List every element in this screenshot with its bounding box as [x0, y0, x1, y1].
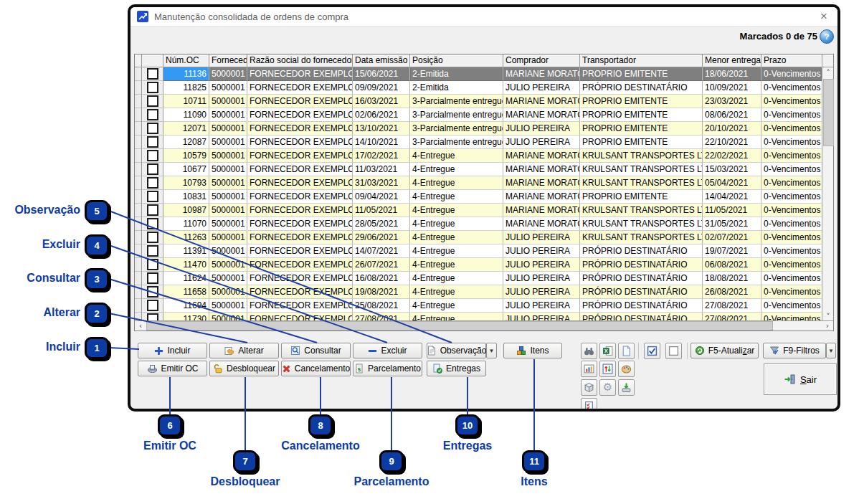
table-row[interactable]: 116245000001FORNECEDOR EXEMPLO 0216/08/2… — [135, 272, 833, 285]
binoculars-button[interactable] — [581, 343, 597, 359]
row-checkbox[interactable] — [147, 272, 158, 284]
row-checkbox[interactable] — [147, 95, 158, 107]
row-checkbox[interactable] — [147, 109, 158, 120]
import-button[interactable] — [618, 379, 635, 396]
observacao-button[interactable]: Observação — [427, 343, 486, 358]
row-checkbox[interactable] — [147, 245, 158, 257]
incluir-button[interactable]: Incluir — [138, 343, 207, 358]
row-checkbox[interactable] — [147, 150, 158, 161]
table-row[interactable]: 116945000001FORNECEDOR EXEMPLO 0225/08/2… — [135, 299, 833, 313]
table-row[interactable]: 109875000001FORNECEDOR EXEMPLO 0211/05/2… — [135, 204, 833, 217]
scroll-up-icon[interactable]: ˄ — [822, 68, 834, 77]
close-icon[interactable]: × — [820, 9, 827, 24]
document-check-icon — [432, 363, 442, 374]
column-header[interactable]: Data emissão — [353, 54, 410, 67]
row-checkbox[interactable] — [147, 191, 158, 202]
f9-dropdown-button[interactable]: ▼ — [826, 343, 836, 358]
table-row[interactable]: 116585000001FORNECEDOR EXEMPLO 0219/08/2… — [135, 285, 833, 299]
cancelamento-button[interactable]: Cancelamento — [281, 361, 351, 376]
table-cell: 4-Entregue — [410, 244, 503, 258]
table-cell: KRULSANT TRANSPORTES LTDA. — [580, 163, 703, 176]
table-row[interactable]: 108315000001FORNECEDOR EXEMPLO 0209/04/2… — [135, 190, 833, 204]
row-checkbox[interactable] — [147, 286, 158, 298]
column-header[interactable]: Núm.OC — [163, 54, 209, 67]
row-checkbox[interactable] — [147, 218, 158, 229]
parcelamento-button[interactable]: $ Parcelamento — [353, 361, 422, 376]
color-palette-button[interactable] — [618, 361, 635, 377]
table-row[interactable]: 107935000001FORNECEDOR EXEMPLO 0231/03/2… — [135, 176, 833, 190]
check-all-button[interactable] — [644, 343, 660, 359]
new-document-button[interactable] — [618, 343, 635, 359]
row-checkbox[interactable] — [147, 177, 158, 189]
uncheck-all-button[interactable] — [665, 343, 682, 359]
column-header[interactable]: Comprador — [503, 54, 580, 67]
table-cell: 11070 — [163, 217, 209, 231]
horizontal-scrollbar[interactable]: ‹ › — [135, 320, 833, 331]
row-checkbox[interactable] — [147, 82, 158, 93]
note-icon — [427, 346, 437, 356]
excel-export-button[interactable]: X — [599, 343, 616, 359]
row-checkbox[interactable] — [147, 232, 158, 243]
table-row[interactable]: 120715000001FORNECEDOR EXEMPLO 0213/10/2… — [135, 122, 833, 135]
table-cell: 5000001 — [209, 272, 247, 285]
callout-badge-7: 7 — [233, 450, 257, 472]
table-row[interactable]: 105795000001FORNECEDOR EXEMPLO 0217/02/2… — [135, 149, 833, 163]
table-row[interactable]: 106775000001FORNECEDOR EXEMPLO 0211/03/2… — [135, 163, 833, 176]
table-row[interactable]: 112635000001FORNECEDOR EXEMPLO 0229/06/2… — [135, 231, 833, 244]
column-header[interactable]: Posição — [410, 54, 503, 67]
entregas-button[interactable]: Entregas — [427, 361, 486, 376]
scroll-left-icon[interactable]: ‹ — [135, 321, 146, 331]
column-header[interactable]: Razão social do fornecedor — [247, 54, 353, 67]
excel-icon: X — [602, 346, 613, 356]
scroll-right-icon[interactable]: › — [822, 321, 833, 331]
consultar-button[interactable]: Consultar — [281, 343, 351, 358]
table-row[interactable]: 107115000001FORNECEDOR EXEMPLO 0216/03/2… — [135, 95, 833, 108]
row-checkbox[interactable] — [147, 300, 158, 311]
help-icon[interactable]: ? — [820, 29, 834, 44]
emitir-oc-button[interactable]: Emitir OC — [138, 361, 207, 376]
settings-button[interactable]: ⚙ — [599, 379, 616, 396]
desbloquear-button[interactable]: Desbloquear — [209, 361, 279, 376]
table-row[interactable]: 111365000001FORNECEDOR EXEMPLO 0215/06/2… — [135, 67, 833, 81]
table-cell: PROPRIO EMITENTE — [580, 122, 703, 135]
row-checkbox[interactable] — [147, 123, 158, 134]
table-row[interactable]: 118255000001FORNECEDOR EXEMPLO 0209/09/2… — [135, 81, 833, 95]
table-row[interactable]: 113915000001FORNECEDOR EXEMPLO 0214/07/2… — [135, 244, 833, 258]
callout-label-alterar: Alterar — [0, 306, 80, 319]
excluir-button[interactable]: Excluir — [353, 343, 422, 358]
table-row[interactable]: 110905000001FORNECEDOR EXEMPLO 0202/06/2… — [135, 108, 833, 122]
f9-filtros-button[interactable]: F9-Filtros — [763, 343, 826, 358]
row-checkbox[interactable] — [147, 163, 158, 175]
column-header[interactable]: Transportador — [580, 54, 703, 67]
vertical-scrollbar[interactable]: ˄ ˅ — [822, 67, 833, 322]
table-cell: 29/06/2021 — [353, 231, 410, 244]
sort-order-button[interactable] — [599, 361, 616, 377]
document-icon — [621, 346, 632, 356]
table-row[interactable]: 120875000001FORNECEDOR EXEMPLO 0214/10/2… — [135, 135, 833, 149]
table-cell: 5000001 — [209, 176, 247, 190]
column-header[interactable]: Menor entrega — [703, 54, 761, 67]
row-checkbox[interactable] — [147, 259, 158, 270]
horizontal-scroll-thumb[interactable] — [146, 321, 773, 331]
itens-button[interactable]: Itens — [503, 343, 562, 358]
row-checkbox[interactable] — [147, 204, 158, 216]
row-checkbox-cell — [142, 122, 163, 135]
red-x-icon — [282, 364, 291, 374]
table-cell: 11136 — [163, 67, 209, 81]
table-row[interactable]: 110705000001FORNECEDOR EXEMPLO 0228/05/2… — [135, 217, 833, 231]
cube-button[interactable] — [581, 379, 597, 396]
observacao-dropdown-button[interactable]: ▼ — [486, 343, 497, 358]
table-cell: 4-Entregue — [410, 149, 503, 163]
table-cell: 10677 — [163, 163, 209, 176]
alterar-button[interactable]: Alterar — [209, 343, 279, 358]
row-checkbox[interactable] — [147, 136, 158, 148]
checklist-button[interactable] — [581, 398, 597, 412]
table-row[interactable]: 114705000001FORNECEDOR EXEMPLO 0226/07/2… — [135, 258, 833, 272]
f5-atualizar-button[interactable]: F5-Atualizar — [690, 343, 759, 358]
column-header[interactable]: Prazo — [761, 54, 824, 67]
chart-report-button[interactable] — [581, 361, 597, 377]
sair-button[interactable]: Sair — [764, 363, 837, 395]
vertical-scroll-thumb[interactable] — [823, 79, 834, 146]
column-header[interactable]: Fornecedor — [209, 54, 247, 67]
row-checkbox[interactable] — [147, 68, 158, 80]
